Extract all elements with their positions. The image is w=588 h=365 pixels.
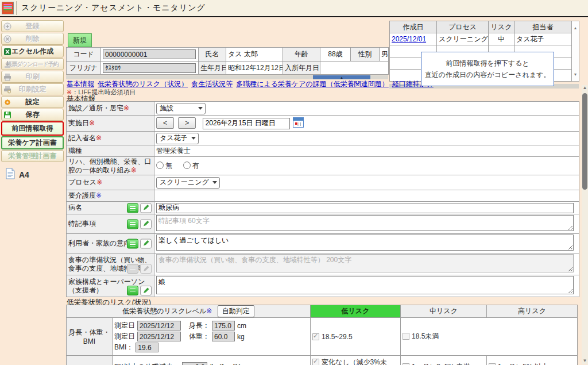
pencil-icon[interactable] <box>140 219 152 229</box>
exec-date-input[interactable] <box>203 118 290 129</box>
facility-select[interactable]: 施設 <box>156 103 206 114</box>
risk-table: 低栄養状態のリスクレベル※ 自動判定 低リスク 中リスク 高リスク 身長・体重・… <box>66 305 578 365</box>
family-label: 家族構成とキーパーソン（支援者） <box>67 275 154 297</box>
nav-link-basic-info[interactable]: 基本情報 <box>67 80 94 88</box>
bmi-input[interactable] <box>136 343 158 352</box>
process-label: プロセス※ <box>67 175 154 190</box>
memo-icon <box>127 264 138 274</box>
nav-link-multidisciplinary-issues[interactable]: 多職種による栄養ケアの課題（低栄養関連問題） <box>236 80 389 88</box>
notes-textarea[interactable] <box>156 215 574 231</box>
pencil-icon[interactable] <box>140 239 152 248</box>
document-icon <box>6 168 15 181</box>
kana-input[interactable] <box>103 63 196 73</box>
process-select[interactable]: スクリーニング <box>156 177 220 189</box>
bmi-measurements: 測定日 身長： cm 測定日 体重： kg BMI： <box>113 318 311 356</box>
risk-level-header: 低栄養状態のリスクレベル※ 自動判定 <box>67 305 311 318</box>
nav-link-malnutrition-risk[interactable]: 低栄養状態のリスク（状況） <box>98 80 188 88</box>
birth-label: 生年月日 <box>199 62 226 75</box>
print-button: 印刷 <box>1 71 64 83</box>
height-input[interactable] <box>212 321 235 331</box>
bmi-row-label: 身長・体重・BMI <box>67 318 113 356</box>
wish-textarea[interactable]: 楽しく過ごしてほしい <box>156 235 574 251</box>
sex-label: 性別 <box>351 48 380 62</box>
memo-icon[interactable] <box>127 203 138 213</box>
nutrition-care-plan-button[interactable]: 栄養ケア計画書 <box>1 136 64 149</box>
app-logo-icon <box>2 2 14 14</box>
paper-size-label: A4 <box>19 170 29 179</box>
kana-label: フリガナ <box>67 62 101 75</box>
weight-loss-low-checkbox[interactable] <box>312 359 319 365</box>
scroll-down-icon[interactable]: ▼ <box>572 72 579 76</box>
scroll-up-icon: ▲ <box>340 76 343 79</box>
memo-icon[interactable] <box>127 286 138 295</box>
nutrition-management-plan-button: 栄養管理計画書 <box>1 150 64 162</box>
paper-size-row: A4 <box>6 168 65 181</box>
get-previous-info-button[interactable]: 前回情報取得 <box>1 121 64 136</box>
page-scrollbar[interactable]: ▲ ▼ <box>582 85 588 364</box>
history-risk-cell: 中 <box>489 33 514 45</box>
scrollbar-thumb[interactable] <box>582 93 587 190</box>
code-input[interactable] <box>103 49 196 59</box>
patient-horizontal-scrollbar[interactable]: ▲ <box>66 75 388 79</box>
weight-input[interactable] <box>212 332 235 341</box>
new-tab-button[interactable]: 新規 <box>68 33 92 47</box>
disease-input[interactable] <box>156 203 574 213</box>
history-row: 2025/12/01 スクリーニング 中 タス花子 <box>390 33 572 45</box>
name-value: タス 太郎 <box>226 48 283 62</box>
main-content: 作成日 プロセス リスク 担当者 2025/12/01 スクリーニング 中 タス… <box>65 17 582 365</box>
pencil-icon <box>140 264 152 274</box>
scrollbar-thumb[interactable]: ▲ <box>313 75 370 79</box>
weight-loss-input[interactable] <box>182 362 207 365</box>
auto-judge-button[interactable]: 自動判定 <box>218 305 254 317</box>
history-date-link[interactable]: 2025/12/01 <box>392 35 426 43</box>
title-bar: スクリーニング・アセスメント・モニタリング <box>0 0 588 17</box>
pencil-icon[interactable] <box>140 203 152 213</box>
weight-loss-row-label <box>67 356 113 365</box>
writer-label: 記入者名※ <box>67 132 154 145</box>
pencil-icon[interactable] <box>140 286 152 295</box>
history-header-row: 作成日 プロセス リスク 担当者 <box>390 21 572 33</box>
register-button: 登録 <box>1 20 64 32</box>
x-circle-icon <box>3 35 11 43</box>
history-process-cell: スクリーニング <box>437 33 489 45</box>
plus-circle-icon <box>3 22 11 30</box>
memo-icon[interactable] <box>127 239 138 248</box>
memo-icon[interactable] <box>127 219 138 229</box>
history-scrollbar[interactable]: ▲ ▼ <box>572 21 579 82</box>
disease-label: 病名 <box>67 202 154 214</box>
date-prev-button[interactable]: < <box>156 117 174 129</box>
date-next-button[interactable]: > <box>178 117 196 129</box>
code-label: コード <box>67 48 101 62</box>
weight-date-input[interactable] <box>137 332 181 341</box>
tooltip-line2: 直近の作成日の内容がコピーされます。 <box>425 69 551 80</box>
history-header-process: プロセス <box>437 21 489 33</box>
birth-value: 昭和12年12月12日 <box>226 62 283 75</box>
scroll-down-icon[interactable]: ▼ <box>582 358 588 363</box>
chevron-down-icon <box>212 181 217 184</box>
excel-create-button[interactable]: エクセル作成 <box>1 45 64 57</box>
calendar-icon[interactable] <box>293 117 304 128</box>
rehab-none-radio[interactable] <box>156 162 164 169</box>
settings-button[interactable]: 設定 <box>1 96 64 108</box>
scroll-up-icon[interactable]: ▲ <box>582 85 588 90</box>
history-staff-cell: タス花子 <box>514 33 572 45</box>
title-separator <box>16 1 17 15</box>
writer-select[interactable]: タス花子 <box>156 133 199 144</box>
sidebar: 登録 削除 エクセル作成 帳票ダウンロード予約 印刷 印刷設定 設定 保存 <box>0 17 65 365</box>
family-textarea[interactable]: 娘 <box>156 276 574 294</box>
bmi-mid-checkbox[interactable] <box>403 333 409 340</box>
report-download-button: 帳票ダウンロード予約 <box>1 58 64 70</box>
patient-table: コード 氏名 タス 太郎 年齢 88歳 性別 男 フリガナ 生年月日 昭和12年… <box>66 47 389 75</box>
rehab-yes-radio[interactable] <box>183 162 191 169</box>
app-window: スクリーニング・アセスメント・モニタリング 登録 削除 エクセル作成 帳票ダウン… <box>0 0 588 365</box>
risk-col-high: 高リスク <box>487 305 578 318</box>
save-button[interactable]: 保存 <box>1 109 64 121</box>
scroll-up-icon[interactable]: ▲ <box>572 26 579 30</box>
exec-date-label: 実施日※ <box>67 116 154 132</box>
bmi-low-checkbox[interactable] <box>312 333 319 340</box>
height-date-input[interactable] <box>137 321 181 331</box>
nav-link-diet-status[interactable]: 食生活状況等 <box>191 80 233 88</box>
admission-value <box>320 62 389 75</box>
age-label: 年齢 <box>283 48 320 62</box>
tooltip-line1: 前回情報取得を押下すると <box>446 57 529 69</box>
